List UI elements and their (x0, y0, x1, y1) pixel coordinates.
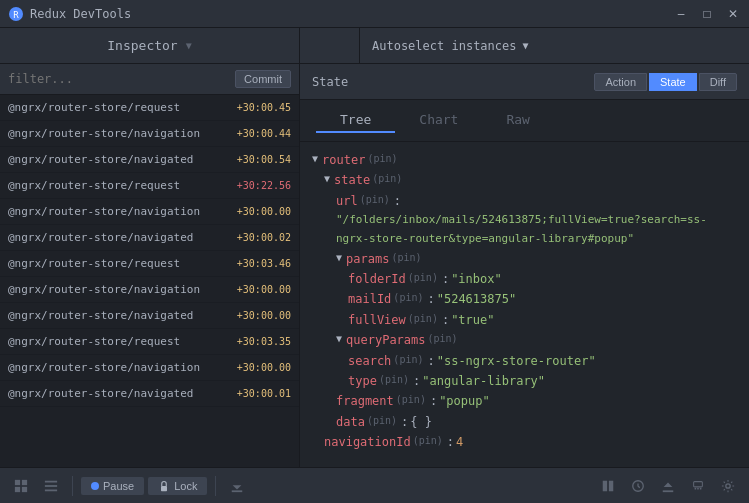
filter-input[interactable] (8, 72, 229, 86)
toggle-arrow-state[interactable]: ▼ (324, 170, 330, 187)
upload-icon (661, 479, 675, 493)
title-bar: R Redux DevTools – □ ✕ (0, 0, 749, 28)
mailid-key: mailId (348, 289, 391, 309)
action-item[interactable]: @ngrx/router-store/navigated +30:00.54 (0, 147, 299, 173)
commit-button[interactable]: Commit (235, 70, 291, 88)
svg-rect-2 (15, 479, 20, 484)
action-item[interactable]: @ngrx/router-store/navigation +30:00.00 (0, 355, 299, 381)
toggle-arrow-router[interactable]: ▼ (312, 150, 318, 167)
type-value: "angular-library" (422, 371, 545, 391)
colon-fragment: : (430, 391, 437, 411)
action-time: +30:03.35 (237, 336, 291, 347)
action-time: +30:22.56 (237, 180, 291, 191)
subtab-chart[interactable]: Chart (395, 108, 482, 133)
action-item[interactable]: @ngrx/router-store/request +30:03.46 (0, 251, 299, 277)
action-item[interactable]: @ngrx/router-store/navigated +30:00.01 (0, 381, 299, 407)
action-list[interactable]: @ngrx/router-store/request +30:00.45 @ng… (0, 95, 299, 467)
close-button[interactable]: ✕ (725, 6, 741, 22)
pause-button[interactable]: Pause (81, 477, 144, 495)
action-name: @ngrx/router-store/navigation (8, 127, 231, 140)
pin-data: (pin) (367, 412, 397, 429)
action-name: @ngrx/router-store/navigation (8, 283, 231, 296)
toggle-arrow-params[interactable]: ▼ (336, 249, 342, 266)
settings-icon (721, 479, 735, 493)
svg-rect-5 (22, 486, 27, 491)
download-icon-button[interactable] (224, 475, 250, 497)
svg-point-19 (726, 483, 730, 487)
action-time: +30:00.44 (237, 128, 291, 139)
pin-router: (pin) (367, 150, 397, 167)
mailid-value: "524613875" (437, 289, 516, 309)
navigationid-value: 4 (456, 432, 463, 452)
action-time: +30:00.54 (237, 154, 291, 165)
autoselect-dropdown-arrow[interactable]: ▼ (523, 40, 529, 51)
action-name: @ngrx/router-store/navigated (8, 309, 231, 322)
action-item[interactable]: @ngrx/router-store/request +30:22.56 (0, 173, 299, 199)
maximize-button[interactable]: □ (699, 6, 715, 22)
tree-url: url (pin) : "/folders/inbox/mails/524613… (312, 191, 737, 249)
subtab-raw[interactable]: Raw (482, 108, 553, 133)
tree-state: ▼ state (pin) (312, 170, 737, 190)
subtab-tree[interactable]: Tree (316, 108, 395, 133)
action-item[interactable]: @ngrx/router-store/navigation +30:00.00 (0, 199, 299, 225)
tab-buttons: Action State Diff (594, 73, 737, 91)
svg-text:R: R (13, 10, 19, 20)
action-item[interactable]: @ngrx/router-store/navigation +30:00.00 (0, 277, 299, 303)
action-item[interactable]: @ngrx/router-store/request +30:03.35 (0, 329, 299, 355)
svg-rect-3 (22, 479, 27, 484)
pin-folderid: (pin) (408, 269, 438, 286)
inspector-dropdown-arrow[interactable]: ▼ (186, 40, 192, 51)
lock-label: Lock (174, 480, 197, 492)
grid-icon-button[interactable] (8, 475, 34, 497)
window-controls: – □ ✕ (673, 6, 741, 22)
tree-fragment: fragment (pin) : "popup" (312, 391, 737, 411)
type-key: type (348, 371, 377, 391)
list-icon (44, 479, 58, 493)
search-key: search (348, 351, 391, 371)
tab-action-button[interactable]: Action (594, 73, 647, 91)
action-name: @ngrx/router-store/navigation (8, 361, 231, 374)
settings-icon-button[interactable] (715, 475, 741, 497)
lock-button[interactable]: Lock (148, 477, 207, 495)
action-time: +30:00.45 (237, 102, 291, 113)
action-name: @ngrx/router-store/navigated (8, 387, 231, 400)
action-item[interactable]: @ngrx/router-store/request +30:00.45 (0, 95, 299, 121)
colon-data: : (401, 412, 408, 432)
svg-rect-12 (609, 480, 613, 491)
action-item[interactable]: @ngrx/router-store/navigated +30:00.02 (0, 225, 299, 251)
tree-search: search (pin) : "ss-ngrx-store-router" (312, 351, 737, 371)
pin-mailid: (pin) (393, 289, 423, 306)
left-panel: Commit @ngrx/router-store/request +30:00… (0, 64, 300, 467)
action-name: @ngrx/router-store/navigated (8, 231, 231, 244)
inspector-header: Inspector ▼ (0, 28, 300, 63)
clock-icon-button[interactable] (625, 475, 651, 497)
divider-center (300, 28, 360, 63)
svg-rect-14 (663, 490, 674, 492)
queryparams-key: queryParams (346, 330, 425, 350)
right-panel: State Action State Diff Tree Chart Raw ▼… (300, 64, 749, 467)
filter-row: Commit (0, 64, 299, 95)
upload-icon-button[interactable] (655, 475, 681, 497)
action-time: +30:00.00 (237, 310, 291, 321)
state-header: State Action State Diff (300, 64, 749, 100)
list-icon-button[interactable] (38, 475, 64, 497)
app-icon: R (8, 6, 24, 22)
minimize-button[interactable]: – (673, 6, 689, 22)
autoselect-title: Autoselect instances (372, 39, 517, 53)
tab-state-button[interactable]: State (649, 73, 697, 91)
main-container: Inspector ▼ Autoselect instances ▼ Commi… (0, 28, 749, 503)
action-item[interactable]: @ngrx/router-store/navigation +30:00.44 (0, 121, 299, 147)
tree-router: ▼ router (pin) (312, 150, 737, 170)
record-icon-button[interactable] (595, 475, 621, 497)
svg-rect-7 (45, 485, 57, 487)
remote-icon-button[interactable] (685, 475, 711, 497)
action-item[interactable]: @ngrx/router-store/navigated +30:00.00 (0, 303, 299, 329)
action-name: @ngrx/router-store/request (8, 257, 231, 270)
navigationid-key: navigationId (324, 432, 411, 452)
tab-diff-button[interactable]: Diff (699, 73, 737, 91)
toggle-arrow-queryparams[interactable]: ▼ (336, 330, 342, 347)
folderid-value: "inbox" (451, 269, 502, 289)
grid-icon (14, 479, 28, 493)
lock-icon (158, 480, 170, 492)
svg-rect-11 (603, 480, 607, 491)
